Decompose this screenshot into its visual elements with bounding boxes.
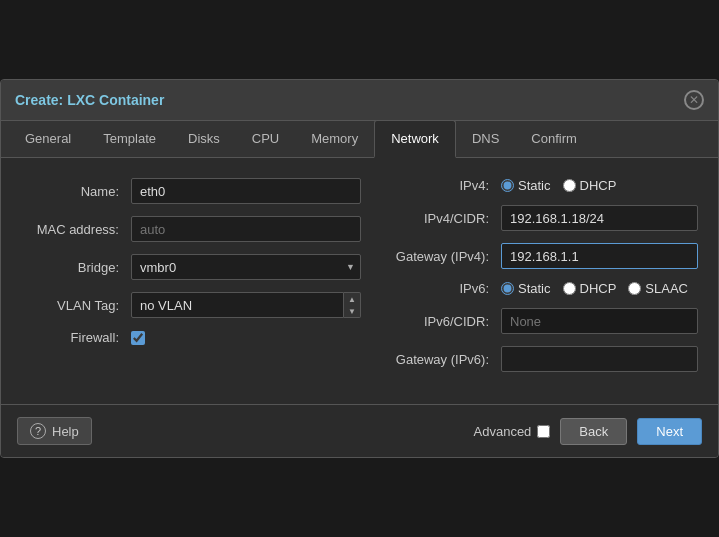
firewall-row: Firewall: <box>21 330 361 345</box>
content-area: Name: MAC address: Bridge: vmbr0 VLAN Ta… <box>1 158 718 404</box>
help-button[interactable]: ? Help <box>17 417 92 445</box>
ipv6-static-label: Static <box>518 281 551 296</box>
ipv4-static-option[interactable]: Static <box>501 178 551 193</box>
help-label: Help <box>52 424 79 439</box>
tab-bar: General Template Disks CPU Memory Networ… <box>1 121 718 158</box>
advanced-label: Advanced <box>474 424 532 439</box>
tab-dns[interactable]: DNS <box>456 121 515 158</box>
footer: ? Help Advanced Back Next <box>1 404 718 457</box>
firewall-checkbox[interactable] <box>131 331 145 345</box>
vlan-input-wrapper: ▲ ▼ <box>131 292 361 318</box>
tab-memory[interactable]: Memory <box>295 121 374 158</box>
tab-network[interactable]: Network <box>374 120 456 158</box>
name-row: Name: <box>21 178 361 204</box>
ipv6-static-option[interactable]: Static <box>501 281 551 296</box>
firewall-label: Firewall: <box>21 330 131 345</box>
advanced-row: Advanced <box>474 424 551 439</box>
tab-general[interactable]: General <box>9 121 87 158</box>
close-icon: ✕ <box>689 94 699 106</box>
advanced-checkbox[interactable] <box>537 425 550 438</box>
firewall-checkbox-wrapper <box>131 331 145 345</box>
gateway-ipv6-label: Gateway (IPv6): <box>381 352 501 367</box>
ipv6-static-radio[interactable] <box>501 282 514 295</box>
vlan-down-arrow[interactable]: ▼ <box>344 305 360 317</box>
tab-template[interactable]: Template <box>87 121 172 158</box>
vlan-label: VLAN Tag: <box>21 298 131 313</box>
create-lxc-dialog: Create: LXC Container ✕ General Template… <box>0 79 719 458</box>
vlan-arrows: ▲ ▼ <box>344 292 361 318</box>
ipv4-dhcp-radio[interactable] <box>563 179 576 192</box>
vlan-row: VLAN Tag: ▲ ▼ <box>21 292 361 318</box>
ipv6-slaac-radio[interactable] <box>628 282 641 295</box>
ipv4-row: IPv4: Static DHCP <box>381 178 698 193</box>
ipv6-slaac-option[interactable]: SLAAC <box>628 281 688 296</box>
mac-label: MAC address: <box>21 222 131 237</box>
gateway-ipv4-label: Gateway (IPv4): <box>381 249 501 264</box>
gateway-ipv6-row: Gateway (IPv6): <box>381 346 698 372</box>
bridge-row: Bridge: vmbr0 <box>21 254 361 280</box>
ipv4-dhcp-option[interactable]: DHCP <box>563 178 617 193</box>
ipv6cidr-input[interactable] <box>501 308 698 334</box>
help-icon: ? <box>30 423 46 439</box>
bridge-select-wrapper: vmbr0 <box>131 254 361 280</box>
ipv6cidr-row: IPv6/CIDR: <box>381 308 698 334</box>
ipv6-row: IPv6: Static DHCP SLAAC <box>381 281 698 296</box>
ipv4cidr-input[interactable] <box>501 205 698 231</box>
ipv6-slaac-label: SLAAC <box>645 281 688 296</box>
bridge-label: Bridge: <box>21 260 131 275</box>
ipv4cidr-label: IPv4/CIDR: <box>381 211 501 226</box>
left-panel: Name: MAC address: Bridge: vmbr0 VLAN Ta… <box>21 178 361 384</box>
mac-input[interactable] <box>131 216 361 242</box>
tab-confirm[interactable]: Confirm <box>515 121 593 158</box>
name-label: Name: <box>21 184 131 199</box>
vlan-input[interactable] <box>131 292 344 318</box>
ipv4-dhcp-label: DHCP <box>580 178 617 193</box>
gateway-ipv6-input[interactable] <box>501 346 698 372</box>
next-button[interactable]: Next <box>637 418 702 445</box>
ipv6-radio-group: Static DHCP SLAAC <box>501 281 688 296</box>
back-button[interactable]: Back <box>560 418 627 445</box>
ipv4cidr-row: IPv4/CIDR: <box>381 205 698 231</box>
right-panel: IPv4: Static DHCP IPv4/CIDR: <box>381 178 698 384</box>
ipv4-static-radio[interactable] <box>501 179 514 192</box>
ipv4-label: IPv4: <box>381 178 501 193</box>
ipv6cidr-label: IPv6/CIDR: <box>381 314 501 329</box>
dialog-title: Create: LXC Container <box>15 92 164 108</box>
mac-row: MAC address: <box>21 216 361 242</box>
name-input[interactable] <box>131 178 361 204</box>
ipv6-dhcp-option[interactable]: DHCP <box>563 281 617 296</box>
tab-disks[interactable]: Disks <box>172 121 236 158</box>
bridge-select[interactable]: vmbr0 <box>131 254 361 280</box>
title-bar: Create: LXC Container ✕ <box>1 80 718 121</box>
ipv6-label: IPv6: <box>381 281 501 296</box>
ipv6-dhcp-radio[interactable] <box>563 282 576 295</box>
ipv4-radio-group: Static DHCP <box>501 178 616 193</box>
gateway-ipv4-row: Gateway (IPv4): <box>381 243 698 269</box>
tab-cpu[interactable]: CPU <box>236 121 295 158</box>
gateway-ipv4-input[interactable] <box>501 243 698 269</box>
ipv4-static-label: Static <box>518 178 551 193</box>
close-button[interactable]: ✕ <box>684 90 704 110</box>
vlan-up-arrow[interactable]: ▲ <box>344 293 360 305</box>
ipv6-dhcp-label: DHCP <box>580 281 617 296</box>
